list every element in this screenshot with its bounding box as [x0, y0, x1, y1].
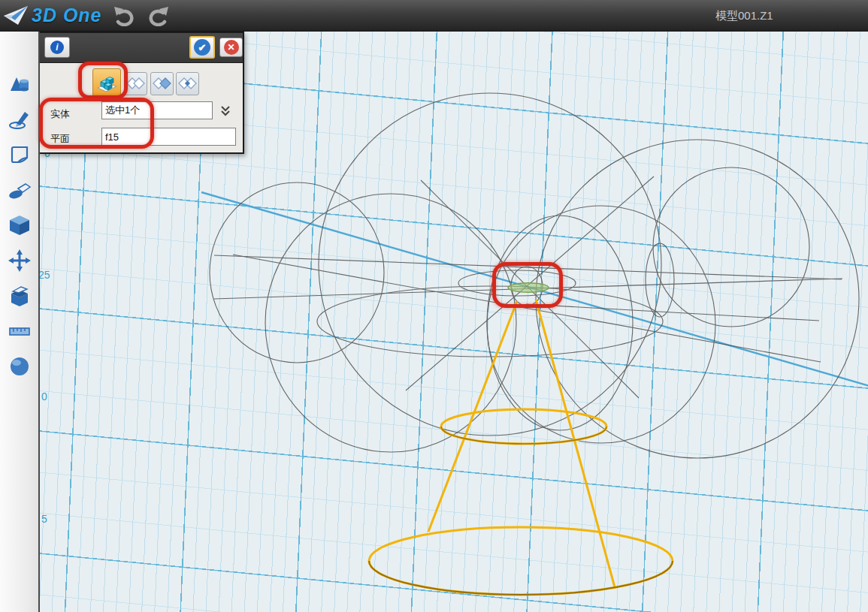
tool-sidebar [0, 32, 40, 612]
wireframe-spheres [210, 93, 859, 458]
app-window: 0 25 0 5 [0, 0, 868, 612]
base-solid-cubes-icon [95, 71, 118, 94]
primitive-solids-icon [8, 72, 32, 96]
plane-field-input[interactable] [101, 128, 236, 146]
deform-tool-icon [8, 178, 32, 202]
sidebar-item-feature[interactable] [6, 212, 33, 239]
sidebar-item-measure[interactable] [6, 318, 33, 345]
intersect-diamonds-icon [177, 74, 198, 94]
move-arrows-icon [8, 249, 32, 273]
surface-sheet-icon [8, 143, 32, 167]
cube-icon [8, 213, 32, 237]
app-logo: 3D One [3, 4, 102, 28]
double-chevron-down-icon [219, 104, 232, 118]
add-diamonds-icon [126, 74, 146, 94]
selected-cone [369, 300, 673, 595]
sidebar-item-assembly[interactable] [6, 282, 33, 309]
expand-list-button[interactable] [219, 104, 232, 118]
sketch-pen-icon [8, 107, 32, 131]
close-x-icon: ✕ [224, 40, 239, 55]
paper-plane-icon [3, 4, 30, 28]
subtract-diamonds-icon [152, 74, 172, 94]
confirm-button[interactable]: ✔ [189, 36, 215, 59]
sidebar-item-sketch-draw[interactable] [6, 106, 33, 133]
confirm-check-icon: ✔ [194, 39, 210, 56]
plane-field-label: 平面 [50, 132, 70, 146]
command-dialog: i ✔ ✕ [38, 32, 244, 154]
info-icon: i [50, 41, 64, 54]
sidebar-item-material[interactable] [6, 353, 33, 380]
top-toolbar: 3D One 模型001.Z1 [0, 0, 868, 32]
mode-boolean-add-button[interactable] [124, 72, 147, 95]
sidebar-item-move[interactable] [6, 247, 33, 274]
sphere-icon [8, 354, 32, 378]
sidebar-item-deform[interactable] [6, 176, 33, 203]
open-box-icon [8, 284, 32, 308]
close-button[interactable]: ✕ [219, 38, 243, 57]
redo-button[interactable] [146, 3, 171, 29]
logo-text: 3D One [32, 5, 102, 26]
selected-face-plane[interactable] [508, 283, 549, 292]
mode-boolean-base-button[interactable] [92, 68, 121, 97]
info-button[interactable]: i [44, 37, 70, 58]
entity-field-label: 实体 [50, 107, 70, 121]
sidebar-item-primitive-solids[interactable] [6, 71, 33, 98]
redo-icon [147, 5, 170, 26]
cone-shaded-edge [369, 561, 673, 595]
mode-boolean-subtract-button[interactable] [150, 72, 174, 95]
mode-boolean-intersect-button[interactable] [176, 72, 199, 95]
ruler-icon [8, 319, 32, 343]
undo-button[interactable] [111, 3, 137, 29]
sidebar-item-surface[interactable] [6, 141, 33, 168]
entity-field-input[interactable] [101, 101, 213, 119]
undo-icon [113, 5, 135, 26]
document-title: 模型001.Z1 [715, 9, 773, 23]
